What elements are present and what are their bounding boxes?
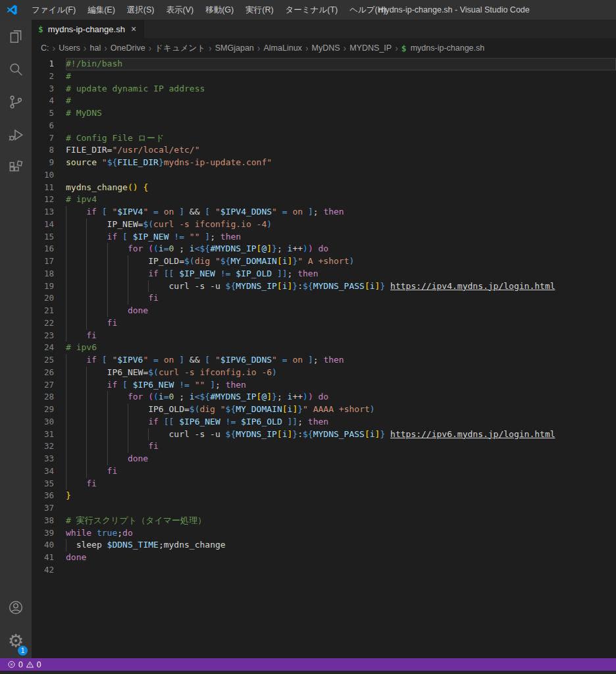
code-text: done [66,305,616,317]
code-line[interactable]: 41done [32,552,616,564]
code-text: if [ $IP_NEW != "" ]; then [66,231,616,244]
breadcrumb-item[interactable]: C: [41,43,49,53]
code-line[interactable]: 26IP6_NEW=$(curl -s ifconfig.io -6) [32,367,616,379]
code-line[interactable]: 33done [32,453,616,465]
menu-selection[interactable]: 選択(S) [121,0,161,20]
breadcrumb-item[interactable]: OneDrive [111,43,145,53]
settings-gear-icon[interactable]: ⚙ 1 [0,624,32,658]
code-line[interactable]: 3# update dynamic IP address [32,83,616,95]
code-line[interactable]: 32fi [32,440,616,453]
code-line[interactable]: 31curl -s -u ${MYDNS_IP[i]}:${MYDNS_PASS… [32,428,616,441]
breadcrumb-item[interactable]: MYDNS_IP [349,43,392,53]
tab-mydns-ip-change[interactable]: $ mydns-ip-change.sh × [32,20,144,38]
code-line[interactable]: 13if [ "$IPV4" = on ] && [ "$IPV4_DDNS" … [32,206,616,219]
breadcrumb-item[interactable]: Users [59,43,80,53]
code-editor[interactable]: 1#!/bin/bash2#3# update dynamic IP addre… [32,58,616,658]
code-line[interactable]: 10 [32,169,616,182]
url-link[interactable]: https://ipv4.mydns.jp/login.html [390,281,555,291]
breadcrumb-item[interactable]: SMGjapan [215,43,254,53]
code-line[interactable]: 18if [[ $IP_NEW != $IP_OLD ]]; then [32,268,616,280]
breadcrumb-file[interactable]: $mydns-ip-change.sh [401,43,484,53]
url-link[interactable]: https://ipv6.mydns.jp/login.html [390,429,555,439]
code-line[interactable]: 20fi [32,292,616,305]
code-line[interactable]: 19curl -s -u ${MYDNS_IP[i]}:${MYDNS_PASS… [32,280,616,293]
chevron-right-icon: › [340,43,350,53]
code-line[interactable]: 16for ((i=0 ; i<${#MYDNS_IP[@]}; i++)) d… [32,243,616,255]
code-line[interactable]: 5# MyDNS [32,107,616,120]
code-line[interactable]: 23fi [32,330,616,342]
line-number: 37 [32,502,54,515]
line-number: 2 [32,70,54,83]
code-line[interactable]: 35fi [32,478,616,490]
breadcrumb-item[interactable]: AlmaLinux [264,43,302,53]
code-line[interactable]: 4# [32,95,616,107]
code-line[interactable]: 40sleep $DDNS_TIME;mydns_change [32,539,616,552]
code-line[interactable]: 30if [[ $IP6_NEW != $IP6_OLD ]]; then [32,416,616,428]
shell-file-icon: $ [401,43,407,53]
code-text: if [[ $IP_NEW != $IP_OLD ]]; then [66,268,616,280]
account-icon[interactable] [0,591,32,624]
line-number: 5 [32,107,54,120]
code-text: } [66,490,616,502]
code-line[interactable]: 21done [32,305,616,317]
code-text [66,502,616,515]
menu-terminal[interactable]: ターミナル(T) [280,0,344,20]
tab-close-icon[interactable]: × [130,24,138,34]
code-text: sleep $DDNS_TIME;mydns_change [66,539,616,552]
code-line[interactable]: 12# ipv4 [32,194,616,206]
code-line[interactable]: 29IP6_OLD=$(dig "${MY_DOMAIN[i]}" AAAA +… [32,403,616,416]
code-line[interactable]: 25if [ "$IPV6" = on ] && [ "$IPV6_DDNS" … [32,354,616,367]
code-text [66,120,616,132]
breadcrumb-item[interactable]: MyDNS [312,43,340,53]
code-line[interactable]: 9source "${FILE_DIR}mydns-ip-update.conf… [32,157,616,169]
line-number: 9 [32,157,54,169]
code-line[interactable]: 14IP_NEW=$(curl -s ifconfig.io -4) [32,219,616,231]
code-line[interactable]: 15if [ $IP_NEW != "" ]; then [32,231,616,244]
code-line[interactable]: 37 [32,502,616,515]
code-line[interactable]: 1#!/bin/bash [32,58,616,70]
line-number: 8 [32,144,54,157]
code-line[interactable]: 39while true;do [32,527,616,540]
indent-guide [66,453,86,465]
code-line[interactable]: 36} [32,490,616,502]
menu-edit[interactable]: 編集(E) [82,0,121,20]
menu-run[interactable]: 実行(R) [240,0,279,20]
explorer-icon[interactable] [0,20,32,53]
error-icon [7,660,16,669]
menu-go[interactable]: 移動(G) [199,0,240,20]
code-line[interactable]: 27if [ $IP6_NEW != "" ]; then [32,379,616,392]
code-line[interactable]: 34fi [32,465,616,478]
code-line[interactable]: 8FILE_DIR="/usr/local/etc/" [32,144,616,157]
line-number: 29 [32,403,54,416]
editor-group: $ mydns-ip-change.sh × C:›Users›hal›OneD… [32,20,616,658]
code-line[interactable]: 7# Config File ロード [32,132,616,145]
line-number: 21 [32,305,54,317]
menu-file[interactable]: ファイル(F) [26,0,82,20]
run-debug-icon[interactable] [0,118,32,151]
indent-guide [107,453,128,465]
code-line[interactable]: 28for ((i=0 ; i<${#MYDNS_IP[@]}; i++)) d… [32,391,616,403]
settings-badge: 1 [18,646,28,656]
extensions-icon[interactable] [0,151,32,184]
search-icon[interactable] [0,53,32,86]
code-line[interactable]: 17IP_OLD=$(dig "${MY_DOMAIN[i]}" A +shor… [32,255,616,268]
indent-guide [107,403,128,416]
indent-guide [86,305,107,317]
code-text: curl -s -u ${MYDNS_IP[i]}:${MYDNS_PASS[i… [66,280,616,293]
indent-guide [86,231,107,244]
code-line[interactable]: 42 [32,564,616,577]
code-line[interactable]: 38# 実行スクリプト（タイマー処理） [32,515,616,527]
menu-view[interactable]: 表示(V) [160,0,199,20]
line-number: 30 [32,416,54,428]
code-line[interactable]: 11mydns_change() { [32,182,616,194]
problems-indicator[interactable]: 0 0 [5,658,43,671]
source-control-icon[interactable] [0,86,32,118]
code-line[interactable]: 6 [32,120,616,132]
breadcrumb-item[interactable]: ドキュメント [155,43,205,54]
code-line[interactable]: 24# ipv6 [32,342,616,354]
code-line[interactable]: 22fi [32,317,616,330]
line-number: 3 [32,83,54,95]
breadcrumb-item[interactable]: hal [90,43,101,53]
code-text: fi [66,440,616,453]
code-line[interactable]: 2# [32,70,616,83]
